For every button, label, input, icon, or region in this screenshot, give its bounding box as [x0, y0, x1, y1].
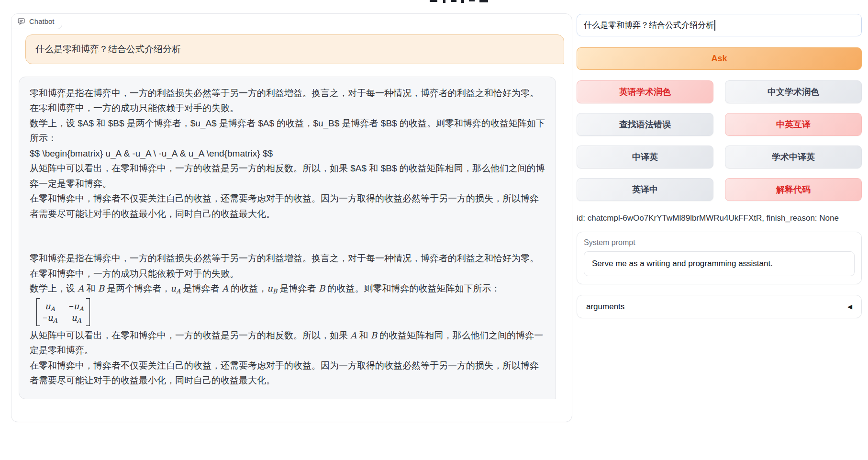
- action-button[interactable]: 中译英: [577, 146, 713, 168]
- action-button[interactable]: 英语学术润色: [577, 80, 713, 103]
- arguments-accordion-label: arguments: [586, 302, 624, 312]
- status-line: id: chatcmpl-6wOo7KrYTwMl89lbrMWRu4UkFFX…: [577, 213, 862, 223]
- user-message: 什么是零和博弈？结合公式介绍分析: [25, 34, 564, 64]
- action-button[interactable]: 英译中: [577, 178, 713, 201]
- payoff-matrix: uA−uA−uAuA: [36, 298, 90, 326]
- user-message-text: 什么是零和博弈？结合公式介绍分析: [35, 44, 181, 54]
- system-prompt-input[interactable]: Serve me as a writing and programming as…: [584, 251, 855, 276]
- chatbot-panel: Chatbot 什么是零和博弈？结合公式介绍分析 零和博弈是指在博弈中，一方的利…: [11, 13, 572, 422]
- chatbot-label-text: Chatbot: [29, 17, 55, 25]
- action-button-grid: 英语学术润色中文学术润色查找语法错误中英互译中译英学术中译英英译中解释代码: [577, 80, 862, 201]
- control-panel: 什么是零和博弈？结合公式介绍分析 Ask 英语学术润色中文学术润色查找语法错误中…: [577, 14, 862, 318]
- action-button[interactable]: 中英互译: [725, 113, 862, 136]
- chatbot-label: Chatbot: [11, 14, 62, 29]
- question-input[interactable]: 什么是零和博弈？结合公式介绍分析: [577, 14, 862, 36]
- text-cursor: [714, 20, 715, 31]
- system-prompt-value: Serve me as a writing and programming as…: [592, 259, 773, 269]
- bot-message-body: 零和博弈是指在博弈中，一方的利益损失必然等于另一方的利益增益。换言之，对于每一种…: [30, 86, 545, 388]
- system-prompt-group: System prompt Serve me as a writing and …: [577, 232, 862, 284]
- bot-message: 零和博弈是指在博弈中，一方的利益损失必然等于另一方的利益增益。换言之，对于每一种…: [19, 77, 556, 399]
- clipped-page-title: [430, 0, 492, 3]
- chat-bubble-icon: [17, 17, 25, 25]
- ask-button[interactable]: Ask: [577, 47, 862, 70]
- chat-messages[interactable]: 什么是零和博弈？结合公式介绍分析 零和博弈是指在博弈中，一方的利益损失必然等于另…: [19, 29, 565, 415]
- action-button[interactable]: 查找语法错误: [577, 113, 713, 136]
- action-button[interactable]: 解释代码: [725, 178, 862, 201]
- action-button[interactable]: 中文学术润色: [725, 80, 862, 103]
- accordion-collapse-icon: ◀: [847, 303, 852, 310]
- arguments-accordion[interactable]: arguments ◀: [577, 295, 862, 318]
- system-prompt-label: System prompt: [584, 238, 855, 247]
- question-input-value: 什么是零和博弈？结合公式介绍分析: [584, 20, 714, 31]
- action-button[interactable]: 学术中译英: [725, 146, 862, 168]
